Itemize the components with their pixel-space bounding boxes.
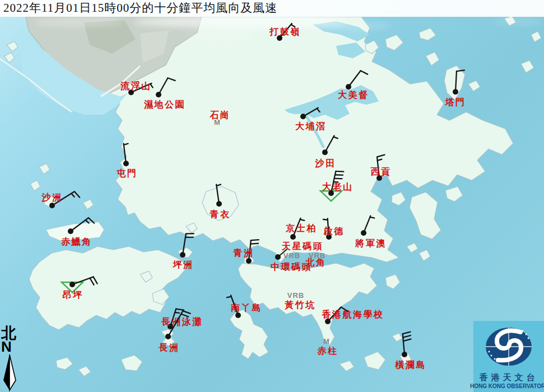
wind-barb-feather-icon (300, 220, 305, 221)
station-label: 塔門 (445, 97, 466, 107)
wind-barb-feather-icon (90, 278, 94, 285)
station-status-m: M (323, 337, 330, 346)
station-kai-tak: 啟德 (323, 218, 345, 240)
station-label: 香港航海學校 (322, 309, 384, 319)
station-dot (216, 201, 222, 207)
station-label: 沙田 (315, 158, 336, 168)
station-stanley: 赤柱M (317, 337, 338, 356)
station-label: 黃竹坑 (284, 300, 316, 310)
station-status-vrb: VRB (287, 291, 304, 300)
wind-barb-feather-icon (183, 311, 190, 314)
logo-title-cn: 香港天文台 (473, 372, 544, 383)
station-label: 赤柱 (317, 346, 338, 356)
station-dot (156, 92, 161, 97)
station-dot (235, 312, 241, 318)
station-dot (246, 258, 252, 264)
station-label: 將軍澳 (355, 239, 387, 248)
wind-barb-feather-icon (124, 143, 128, 144)
station-green-island: 青洲 (233, 240, 259, 264)
station-shek-kong: 石崗M (210, 110, 231, 127)
station-dot (322, 150, 328, 155)
wind-barb-feather-icon (403, 339, 411, 341)
station-tai-mei-tuk: 大美督 (338, 71, 369, 100)
station-peng-chau: 坪洲 (173, 234, 194, 269)
station-label: 南丫島 (230, 303, 262, 312)
station-label: 長洲 (159, 343, 180, 352)
station-label: 橫瀾島 (394, 360, 426, 370)
station-label: 京士柏 (285, 223, 317, 233)
wind-barb-feather-icon (323, 220, 328, 220)
station-dot (300, 114, 306, 119)
station-status-vrb: VRB (283, 251, 300, 260)
north-arrow-icon (1, 353, 20, 391)
station-hk-sea-school: 香港航海學校 (322, 307, 384, 324)
wind-barb-feather-icon (317, 109, 320, 112)
station-ngong-ping: 昂坪 (62, 277, 97, 300)
station-sai-kung: 西貢 (370, 155, 392, 181)
station-dot (290, 234, 296, 240)
station-ta-kwu-ling: 打鼓嶺 (269, 24, 301, 41)
wind-barb-feather-icon (378, 159, 382, 160)
station-label: 大老山 (322, 182, 354, 192)
station-lau-fau-shan: 流浮山 (120, 81, 152, 95)
wind-barb-feather-icon (403, 335, 411, 338)
wind-barb-shaft-icon (348, 71, 361, 87)
station-kings-park: 京士柏 (285, 218, 317, 240)
station-tap-mun: 塔門 (445, 70, 466, 107)
station-tsing-yi: 青衣 (210, 184, 231, 219)
station-label: 坪洲 (173, 260, 194, 269)
station-status-m: M (214, 118, 221, 127)
station-dot (402, 352, 407, 357)
wind-barb-feather-icon (251, 240, 259, 240)
station-tseung-kwan-o: 將軍澳 (355, 216, 387, 248)
wind-barb-feather-icon (176, 309, 184, 310)
station-central-pier: 中環碼頭 (271, 262, 312, 272)
station-label: 打鼓嶺 (269, 27, 301, 36)
station-label: 青洲 (233, 248, 254, 258)
wind-barb-shaft-icon (216, 184, 219, 204)
stations-layer: 打鼓嶺流浮山濕地公園大美督塔門石崗M大埔滘屯門沙田西貢沙洲大老山青衣赤鱲角京士柏… (0, 0, 544, 392)
wind-barb-feather-icon (250, 244, 258, 244)
compass-letter: N (1, 340, 20, 353)
station-label: 天星碼頭 (281, 241, 323, 251)
hko-logo: 香港天文台 HONG KONG OBSERVATORY (473, 321, 544, 392)
station-dot (69, 282, 75, 287)
station-label: 青衣 (210, 209, 231, 219)
wind-barb-feather-icon (216, 184, 221, 185)
wind-barb-feather-icon (377, 155, 384, 157)
wind-barb-feather-icon (227, 297, 231, 297)
station-dot (165, 334, 171, 339)
station-sha-chau: 沙洲 (41, 192, 80, 208)
compass-north: 北 N (1, 325, 20, 391)
station-dot (361, 230, 366, 236)
map-title: 2022年11月01日15時00分的十分鐘平均風向及風速 (0, 0, 544, 17)
station-dot (123, 161, 129, 166)
station-label: 濕地公園 (143, 100, 185, 110)
wind-barb-shaft-icon (159, 78, 168, 95)
station-waglan-island: 橫瀾島 (394, 332, 426, 370)
station-tai-po-kau: 大埔滘 (295, 108, 327, 132)
wind-barb-feather-icon (168, 78, 175, 81)
wind-barb-feather-icon (89, 218, 94, 223)
wind-barb-shaft-icon (325, 136, 334, 152)
station-dot (180, 252, 185, 258)
station-label: 中環碼頭 (271, 262, 312, 272)
station-label: 流浮山 (120, 81, 152, 91)
wind-barb-feather-icon (181, 314, 188, 317)
station-label: 大美督 (338, 90, 369, 100)
wind-barb-shaft-icon (455, 71, 457, 92)
station-wong-chuk-hang: 黃竹坑VRB (284, 291, 316, 310)
station-dot (453, 89, 458, 95)
station-label: 長洲泳灘 (161, 316, 203, 326)
wind-barb-feather-icon (94, 277, 97, 283)
station-label: 西貢 (370, 167, 392, 177)
station-label: 屯門 (117, 169, 138, 178)
station-lamma-island: 南丫島 (227, 295, 262, 318)
station-tuen-mun: 屯門 (117, 143, 138, 178)
station-tates-cairn: 大老山 (320, 171, 354, 201)
station-sha-tin: 沙田 (315, 136, 338, 168)
station-label: 赤鱲角 (61, 237, 92, 246)
station-dot (346, 84, 351, 90)
wind-barb-feather-icon (457, 70, 464, 71)
wind-barb-feather-icon (86, 220, 89, 223)
